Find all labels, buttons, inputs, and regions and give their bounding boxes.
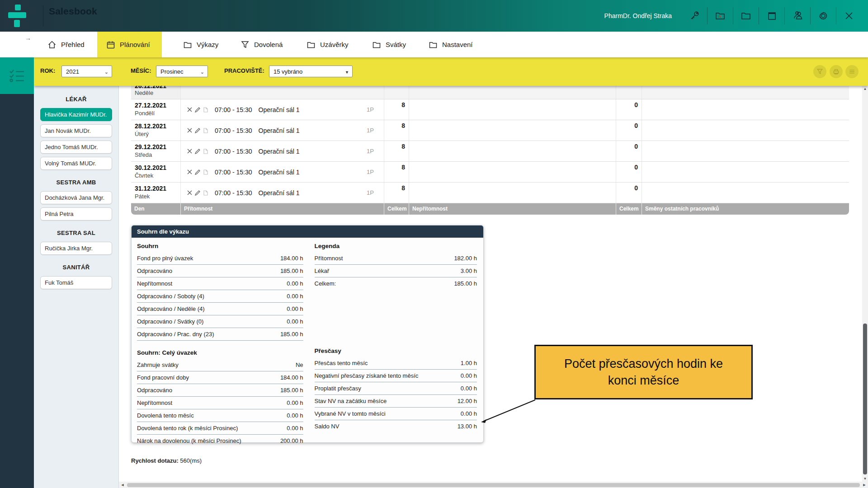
scroll-down-arrow[interactable]: ▼ — [862, 477, 868, 481]
horizontal-scrollbar[interactable]: ◄ ► — [119, 482, 868, 488]
filter-funnel-button[interactable] — [813, 65, 826, 78]
person-item[interactable]: Pilná Petra — [40, 207, 112, 221]
table-row-clipped: 26.12.2021 Neděle — [131, 86, 849, 99]
section-title-cely-uvazek: Souhrn: Celý úvazek — [137, 348, 303, 359]
summary-row: Zahrnuje svátkyNe — [137, 359, 303, 371]
window-icon[interactable] — [759, 0, 784, 32]
vertical-scrollbar[interactable]: ▲ ▼ — [862, 86, 868, 482]
tab-planovani[interactable]: Plánování — [97, 32, 162, 57]
scroll-up-arrow[interactable]: ▲ — [862, 87, 868, 91]
note-icon[interactable] — [203, 107, 208, 113]
row-date: 31.12.2021 — [135, 185, 180, 192]
smeny-cell — [642, 162, 849, 182]
close-icon[interactable] — [836, 0, 862, 32]
chevron-down-icon: ⌄ — [200, 66, 204, 78]
summary-row: Odpracováno / Neděle (4)0.00 h — [137, 303, 303, 315]
summary-row: Dovolená tento měsíc0.00 h — [137, 409, 303, 422]
nepritomnost-cell — [409, 141, 616, 161]
person-item[interactable]: Docházková Jana Mgr. — [40, 191, 112, 204]
person-item[interactable]: Jan Novák MUDr. — [40, 124, 112, 137]
shift-place: Operační sál 1 — [259, 169, 367, 176]
tab-uzaverky[interactable]: Uzávěrky — [297, 32, 358, 57]
shift-tag: 1P — [367, 148, 374, 155]
nepritomnost-cell — [409, 162, 616, 182]
scroll-right-arrow[interactable]: ► — [861, 483, 868, 487]
celkem2-value: 0 — [616, 183, 642, 203]
summary-row: Přítomnost182.00 h — [315, 252, 477, 265]
edit-shift-icon[interactable] — [195, 190, 200, 196]
table-row: 30.12.2021Čtvrtek 07:00 - 15:30 Operační… — [131, 162, 849, 183]
note-icon[interactable] — [203, 128, 208, 133]
group-title-lekar: LÉKAŘ — [34, 96, 118, 103]
smeny-cell — [642, 120, 849, 141]
status-value: 560(ms) — [180, 457, 202, 464]
shift-time: 07:00 - 15:30 — [215, 127, 252, 134]
edit-shift-icon[interactable] — [195, 149, 200, 154]
annotation-callout: Počet přesčasových hodin ke konci měsíce — [534, 345, 753, 399]
shift-place: Operační sál 1 — [259, 106, 367, 113]
group-title-sestra-amb: SESTRA AMB — [34, 179, 118, 186]
table-row: 27.12.2021Pondělí 07:00 - 15:30 Operační… — [131, 99, 849, 120]
folder-icon[interactable] — [733, 0, 759, 32]
pracoviste-select[interactable]: 15 vybráno ▼ — [269, 66, 353, 77]
scroll-left-arrow[interactable]: ◄ — [119, 483, 126, 487]
mesic-select[interactable]: Prosinec ⌄ — [156, 66, 208, 77]
edit-shift-icon[interactable] — [195, 128, 200, 133]
rok-select[interactable]: 2021 ⌄ — [61, 66, 112, 77]
tab-prehled[interactable]: Přehled — [38, 32, 94, 57]
shift-place: Operační sál 1 — [259, 127, 367, 134]
delete-shift-icon[interactable] — [187, 128, 192, 133]
row-day: Pondělí — [135, 110, 180, 117]
col-den: Den — [131, 203, 181, 215]
tab-dovolena[interactable]: Dovolená — [231, 32, 292, 57]
summary-row: Odpracováno185.00 h — [137, 265, 303, 277]
group-title-sanitar: SANITÁŘ — [34, 264, 118, 271]
row-date: 28.12.2021 — [135, 122, 180, 130]
tab-svatky[interactable]: Svátky — [363, 32, 415, 57]
delete-shift-icon[interactable] — [187, 107, 192, 112]
note-icon[interactable] — [203, 190, 208, 196]
person-item[interactable]: Jedno Tomáš MUDr. — [40, 141, 112, 154]
print-button[interactable] — [830, 65, 843, 78]
delete-shift-icon[interactable] — [187, 169, 192, 174]
app-title: Salesbook — [49, 6, 97, 17]
left-rail — [0, 94, 34, 488]
col-celkem: Celkem — [384, 203, 409, 215]
schedule-table: 26.12.2021 Neděle 27.12.2021Pondělí 07:0… — [131, 86, 849, 215]
person-item[interactable]: Hlavička Kazimír MUDr. — [40, 108, 112, 121]
tab-nastaveni[interactable]: Nastavení — [420, 32, 482, 57]
folder-icon — [372, 40, 381, 49]
person-item[interactable]: Volný Tomáš MUDr. — [40, 157, 112, 170]
checklist-panel-button[interactable] — [0, 57, 34, 94]
key-icon[interactable] — [682, 0, 707, 32]
printer-icon — [833, 68, 840, 75]
note-icon[interactable] — [203, 169, 208, 175]
pracoviste-label: PRACOVIŠTĚ: — [224, 67, 264, 74]
users-icon[interactable] — [785, 0, 810, 32]
forward-arrow-icon[interactable]: → — [25, 34, 31, 42]
folder-icon — [183, 40, 192, 49]
row-day: Úterý — [135, 131, 180, 138]
person-item[interactable]: Ručička Jirka Mgr. — [40, 242, 112, 255]
delete-shift-icon[interactable] — [187, 190, 192, 195]
edit-shift-icon[interactable] — [195, 107, 200, 113]
horizontal-scroll-thumb[interactable] — [127, 483, 860, 487]
shift-time: 07:00 - 15:30 — [215, 148, 252, 155]
menu-button[interactable] — [845, 65, 859, 78]
home-icon — [47, 40, 57, 49]
user-name: PharmDr. Ondřej Straka — [604, 12, 672, 19]
tab-vykazy[interactable]: Výkazy — [174, 32, 227, 57]
folder-n-icon[interactable]: N — [708, 0, 733, 32]
note-icon[interactable] — [203, 149, 208, 154]
summary-row: Odpracováno / Soboty (4)0.00 h — [137, 290, 303, 303]
person-item[interactable]: Fuk Tomáš — [40, 276, 112, 289]
delete-shift-icon[interactable] — [187, 149, 192, 154]
gear-icon[interactable] — [811, 0, 836, 32]
vertical-scroll-thumb[interactable] — [863, 324, 867, 474]
folder-icon — [429, 40, 438, 49]
shift-time: 07:00 - 15:30 — [215, 169, 252, 176]
salesbook-window: Salesbook PharmDr. Ondřej Straka N — [0, 0, 868, 488]
status-label: Rychlost dotazu: — [131, 457, 179, 464]
edit-shift-icon[interactable] — [195, 169, 200, 175]
salesbook-logo-icon — [8, 5, 26, 27]
